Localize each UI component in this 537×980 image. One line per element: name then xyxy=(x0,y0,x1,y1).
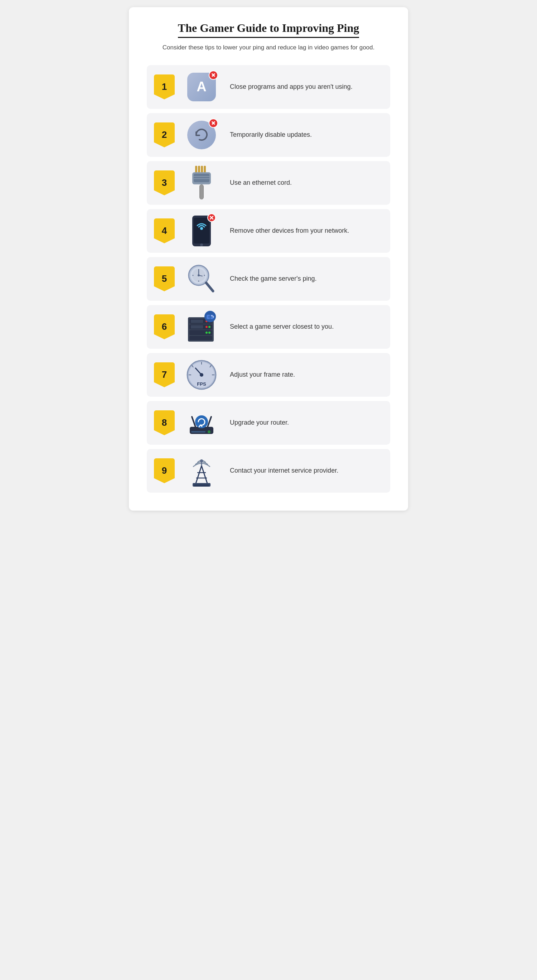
svg-point-37 xyxy=(205,332,208,334)
tip-text-2: Temporarily disable updates. xyxy=(230,130,312,139)
svg-rect-72 xyxy=(194,484,209,487)
tip-text-1: Close programs and apps you aren't using… xyxy=(230,82,353,91)
svg-line-60 xyxy=(208,417,211,427)
number-badge-8: 8 xyxy=(154,410,175,435)
tips-list: 1 A Close programs and apps you aren't u… xyxy=(147,65,390,493)
svg-point-63 xyxy=(208,430,211,433)
svg-point-58 xyxy=(200,373,203,377)
svg-point-48 xyxy=(211,315,213,317)
tip-row-7: 7 xyxy=(147,353,390,397)
tip-row-6: 6 xyxy=(147,305,390,349)
svg-point-13 xyxy=(200,243,203,247)
svg-point-22 xyxy=(198,269,199,270)
svg-line-68 xyxy=(202,466,208,484)
page-subtitle: Consider these tips to lower your ping a… xyxy=(147,43,390,52)
svg-rect-9 xyxy=(200,185,203,199)
tip-text-7: Adjust your frame rate. xyxy=(230,370,295,379)
magnify-clock-icon xyxy=(182,263,221,295)
tip-row-8: 8 Upgrade your router. xyxy=(147,401,390,445)
number-badge-6: 6 xyxy=(154,314,175,339)
ethernet-icon xyxy=(182,167,221,199)
svg-point-23 xyxy=(198,281,199,282)
tip-text-9: Contact your internet service provider. xyxy=(230,466,338,475)
svg-point-36 xyxy=(208,332,211,334)
fps-gauge-icon: FPS xyxy=(182,359,221,391)
tip-row-4: 4 xyxy=(147,209,390,253)
main-card: The Gamer Guide to Improving Ping Consid… xyxy=(129,7,408,511)
number-badge-7: 7 xyxy=(154,362,175,387)
number-badge-4: 4 xyxy=(154,218,175,243)
svg-point-49 xyxy=(213,316,214,318)
svg-rect-11 xyxy=(194,218,210,243)
tip-text-6: Select a game server closest to you. xyxy=(230,322,334,331)
tip-row-1: 1 A Close programs and apps you aren't u… xyxy=(147,65,390,109)
antenna-tower-icon xyxy=(182,455,221,487)
phone-wifi-icon xyxy=(182,215,221,247)
svg-point-25 xyxy=(204,275,205,276)
tip-text-5: Check the game server's ping. xyxy=(230,274,317,283)
tip-row-9: 9 xyxy=(147,449,390,493)
close-badge-icon xyxy=(209,70,218,80)
svg-line-59 xyxy=(192,417,195,427)
svg-rect-5 xyxy=(194,173,210,182)
number-badge-2: 2 xyxy=(154,123,175,148)
svg-line-26 xyxy=(206,283,213,291)
tip-text-3: Use an ethernet cord. xyxy=(230,178,292,187)
svg-point-35 xyxy=(205,326,208,328)
svg-point-24 xyxy=(192,275,194,276)
tip-row-3: 3 xyxy=(147,161,390,205)
svg-point-34 xyxy=(208,326,211,328)
number-badge-1: 1 xyxy=(154,75,175,100)
app-close-icon: A xyxy=(182,71,221,103)
tip-text-4: Remove other devices from your network. xyxy=(230,226,349,235)
number-badge-9: 9 xyxy=(154,458,175,484)
close-badge-2-icon xyxy=(209,119,218,128)
svg-rect-31 xyxy=(189,336,212,340)
router-icon xyxy=(182,407,221,439)
svg-line-67 xyxy=(195,466,202,484)
svg-rect-62 xyxy=(191,431,205,433)
server-game-icon xyxy=(182,311,221,343)
number-badge-5: 5 xyxy=(154,266,175,291)
number-badge-3: 3 xyxy=(154,170,175,196)
tip-text-8: Upgrade your router. xyxy=(230,418,289,427)
svg-point-12 xyxy=(200,227,203,230)
refresh-close-icon xyxy=(182,119,221,151)
header: The Gamer Guide to Improving Ping Consid… xyxy=(147,21,390,52)
tip-row-5: 5 xyxy=(147,257,390,301)
page-title: The Gamer Guide to Improving Ping xyxy=(178,21,359,38)
tip-row-2: 2 Temporarily disable updates. xyxy=(147,113,390,157)
